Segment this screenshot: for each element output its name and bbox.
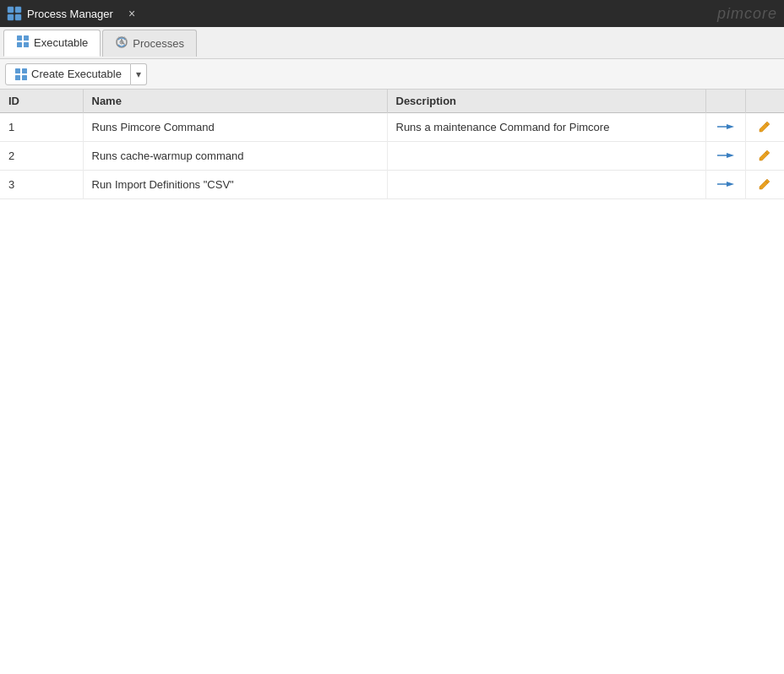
- cell-id: 2: [0, 142, 83, 171]
- run-button[interactable]: [715, 120, 737, 133]
- edit-button[interactable]: [756, 176, 773, 193]
- svg-rect-11: [22, 68, 27, 73]
- svg-rect-4: [17, 35, 22, 41]
- cell-action-run[interactable]: [705, 113, 745, 142]
- cell-description: [387, 142, 705, 171]
- cell-action-edit[interactable]: [745, 142, 784, 171]
- run-arrow-icon: [716, 122, 735, 132]
- app-icon: [7, 6, 22, 21]
- title-bar-left: Process Manager ×: [7, 6, 139, 21]
- cell-action-run[interactable]: [705, 142, 745, 171]
- edit-pencil-icon: [758, 149, 771, 162]
- run-arrow-icon: [716, 179, 735, 189]
- edit-pencil-icon: [758, 177, 771, 191]
- column-header-id: ID: [0, 90, 83, 113]
- tab-processes[interactable]: Processes: [102, 30, 197, 57]
- cell-description: [387, 171, 705, 199]
- run-arrow-icon: [716, 150, 735, 160]
- svg-rect-3: [15, 14, 21, 20]
- edit-pencil-icon: [758, 120, 771, 133]
- svg-marker-17: [727, 124, 734, 129]
- svg-rect-2: [8, 14, 14, 20]
- create-executable-button[interactable]: Create Executable: [5, 63, 131, 85]
- svg-rect-1: [15, 7, 21, 13]
- edit-button[interactable]: [756, 118, 773, 135]
- column-header-action1: [705, 90, 745, 113]
- cell-id: 1: [0, 113, 83, 142]
- table-row: 2Runs cache-warmup command: [0, 142, 784, 171]
- cell-description: Runs a maintenance Command for Pimcore: [387, 113, 705, 142]
- create-executable-dropdown[interactable]: ▾: [131, 63, 147, 85]
- table-row: 1Runs Pimcore CommandRuns a maintenance …: [0, 113, 784, 142]
- window-title: Process Manager: [27, 8, 113, 20]
- table-header-row: ID Name Description: [0, 90, 784, 113]
- create-executable-label: Create Executable: [31, 68, 122, 80]
- svg-rect-12: [15, 75, 20, 80]
- cell-name: Runs Pimcore Command: [83, 113, 387, 142]
- pimcore-logo: pimcore: [717, 5, 777, 23]
- executable-tab-label: Executable: [34, 36, 88, 49]
- cell-id: 3: [0, 171, 83, 199]
- svg-rect-7: [24, 42, 29, 47]
- cell-action-edit[interactable]: [745, 113, 784, 142]
- svg-marker-22: [727, 153, 734, 158]
- svg-rect-5: [24, 35, 29, 41]
- column-header-name: Name: [83, 90, 387, 113]
- cell-action-edit[interactable]: [745, 171, 784, 199]
- edit-button[interactable]: [756, 147, 773, 164]
- run-button[interactable]: [715, 149, 737, 162]
- svg-rect-0: [8, 7, 14, 13]
- cell-name: Runs cache-warmup command: [83, 142, 387, 171]
- cell-name: Run Import Definitions "CSV": [83, 171, 387, 199]
- executable-tab-icon: [16, 35, 30, 51]
- processes-tab-icon: [115, 35, 128, 52]
- processes-tab-label: Processes: [133, 37, 184, 50]
- run-button[interactable]: [715, 177, 737, 191]
- close-button[interactable]: ×: [125, 7, 139, 20]
- column-header-description: Description: [387, 90, 705, 113]
- tab-bar: Executable Processes: [0, 27, 784, 59]
- create-icon: [14, 68, 28, 81]
- tab-executable[interactable]: Executable: [3, 30, 101, 57]
- svg-rect-13: [22, 75, 27, 80]
- data-table: ID Name Description 1Runs Pimcore Comman…: [0, 90, 784, 199]
- dropdown-arrow-icon: ▾: [136, 68, 141, 80]
- svg-rect-10: [15, 68, 20, 73]
- title-bar: Process Manager × pimcore: [0, 0, 784, 27]
- cell-action-run[interactable]: [705, 171, 745, 199]
- toolbar: Create Executable ▾: [0, 59, 784, 90]
- svg-marker-27: [727, 182, 734, 187]
- table-row: 3Run Import Definitions "CSV": [0, 171, 784, 199]
- column-header-action2: [745, 90, 784, 113]
- svg-rect-6: [17, 42, 22, 47]
